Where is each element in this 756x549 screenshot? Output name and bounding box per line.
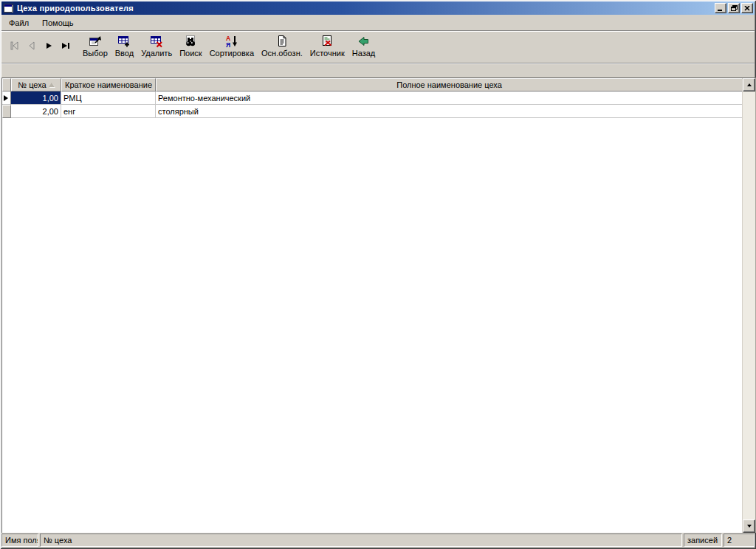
toolbar-button-label: Назад [352, 49, 376, 58]
app-window: Цеха природопользователя Файл Помощь [0, 0, 756, 549]
toolbar-button-label: Осн.обозн. [261, 49, 303, 58]
menu-bar: Файл Помощь [1, 15, 755, 31]
grid-header-row: № цеха Краткое наименование Полное наиме… [2, 78, 743, 92]
close-button[interactable] [741, 3, 753, 13]
close-icon [744, 6, 750, 11]
title-bar[interactable]: Цеха природопользователя [1, 1, 755, 15]
toolbar-button-udalit[interactable]: Удалить [137, 32, 176, 58]
toolbar-button-istochnik[interactable]: Источник [306, 32, 348, 58]
toolbar-button-osn-obozn[interactable]: Осн.обозн. [258, 32, 306, 58]
status-records-label: записей [684, 534, 722, 547]
column-header-num[interactable]: № цеха [11, 78, 61, 92]
status-field-value: № цеха [40, 534, 682, 547]
grid-corner-cell [2, 78, 11, 92]
toolbar-button-vybor[interactable]: Выбор [79, 32, 111, 58]
toolbar-button-sortirovka[interactable]: А Я Сортировка [206, 32, 258, 58]
toolbar-button-label: Удалить [141, 49, 172, 58]
cell-full-name[interactable]: Ремонтно-механический [156, 92, 743, 105]
toolbar-spacer-panel [1, 64, 755, 77]
toolbar-button-vvod[interactable]: Ввод [111, 32, 137, 58]
table-delete-icon [149, 34, 164, 48]
data-grid: № цеха Краткое наименование Полное наиме… [1, 77, 756, 533]
status-field-name-label: Имя поля [1, 534, 38, 547]
menu-file[interactable]: Файл [3, 17, 35, 29]
status-bar: Имя поля № цеха записей 2 [1, 533, 755, 547]
record-navigator [9, 41, 72, 51]
prior-record-button[interactable] [26, 41, 38, 51]
window-controls [715, 3, 753, 13]
vertical-scrollbar[interactable] [742, 78, 755, 533]
toolbar-button-label: Ввод [115, 49, 134, 58]
cell-short-name[interactable]: РМЦ [61, 92, 156, 105]
column-header-label: № цеха [18, 80, 46, 89]
toolbar-button-nazad[interactable]: Назад [348, 32, 379, 58]
back-arrow-icon [357, 34, 371, 48]
source-document-icon [320, 34, 334, 48]
cell-short-name[interactable]: енг [61, 105, 156, 118]
first-record-icon [10, 41, 20, 50]
grid-content: № цеха Краткое наименование Полное наиме… [2, 78, 743, 533]
app-icon [4, 4, 14, 13]
column-header-label: Полное наименование цеха [396, 80, 502, 89]
next-record-button[interactable] [43, 41, 55, 51]
row-indicator [2, 105, 11, 118]
current-row-icon [4, 95, 8, 101]
current-row-indicator [2, 92, 11, 105]
binoculars-icon [183, 34, 198, 48]
minimize-button[interactable] [715, 3, 726, 13]
form-select-icon [88, 34, 103, 48]
toolbar-button-label: Сортировка [210, 49, 254, 58]
column-header-full[interactable]: Полное наименование цеха [156, 78, 743, 92]
cell-num[interactable]: 2,00 [11, 105, 61, 118]
restore-button[interactable] [728, 3, 740, 13]
scroll-up-button[interactable] [743, 78, 755, 92]
toolbar-button-label: Выбор [83, 49, 108, 58]
sort-indicator-icon [49, 83, 55, 87]
cell-num[interactable]: 1,00 [11, 92, 61, 105]
table-add-icon [117, 34, 131, 48]
toolbar: Выбор Ввод Уда [1, 32, 755, 63]
first-record-button[interactable] [9, 41, 21, 51]
column-header-label: Краткое наименование [65, 80, 152, 89]
minimize-icon [718, 6, 724, 11]
column-header-short[interactable]: Краткое наименование [61, 78, 156, 92]
restore-icon [731, 5, 738, 11]
toolbar-button-label: Поиск [179, 49, 202, 58]
table-row[interactable]: 2,00 енг столярный [2, 105, 743, 118]
next-record-icon [44, 41, 53, 50]
scroll-up-icon [747, 83, 752, 86]
sort-az-icon: А Я [224, 34, 239, 48]
toolbar-button-label: Источник [310, 49, 345, 58]
svg-text:Я: Я [226, 41, 230, 48]
cell-full-name[interactable]: столярный [156, 105, 743, 118]
window-title: Цеха природопользователя [17, 4, 715, 13]
last-record-button[interactable] [60, 41, 72, 51]
scroll-down-button[interactable] [743, 519, 755, 533]
status-records-count: 2 [724, 534, 755, 547]
table-row[interactable]: 1,00 РМЦ Ремонтно-механический [2, 92, 743, 105]
toolbar-button-poisk[interactable]: Поиск [176, 32, 205, 58]
document-icon [275, 34, 289, 48]
menu-help[interactable]: Помощь [36, 17, 80, 29]
prior-record-icon [27, 41, 36, 50]
scroll-down-icon [747, 525, 752, 528]
last-record-icon [61, 41, 71, 50]
